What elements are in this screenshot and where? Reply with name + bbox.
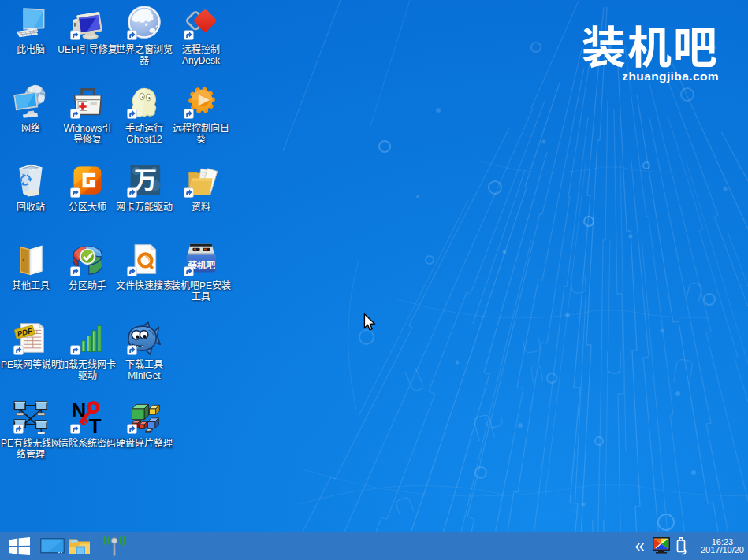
svg-text:万: 万: [134, 163, 157, 195]
svg-text:T: T: [89, 415, 102, 434]
